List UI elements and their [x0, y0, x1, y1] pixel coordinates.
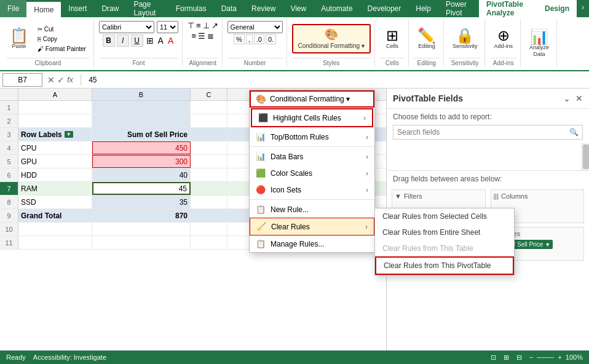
analyze-data-button[interactable]: 📊 AnalyzeData: [526, 27, 553, 60]
cut-button[interactable]: ✂ Cut: [34, 25, 90, 34]
clear-entire-sheet-item[interactable]: Clear Rules from Entire Sheet: [375, 224, 514, 240]
tab-powerpivot[interactable]: Power Pivot: [438, 0, 479, 17]
cell-a11[interactable]: [18, 236, 92, 249]
tab-design[interactable]: Design: [537, 0, 577, 17]
cell-b8[interactable]: 35: [92, 196, 191, 208]
page-layout-view-icon[interactable]: ⊞: [504, 354, 509, 362]
pivot-chevron-down-icon[interactable]: ⌄: [563, 93, 571, 103]
zoom-slider[interactable]: ────: [537, 354, 554, 361]
cell-b4[interactable]: 450: [92, 141, 191, 154]
cell-c1[interactable]: [191, 101, 227, 114]
normal-view-icon[interactable]: ⊡: [491, 354, 496, 362]
tab-automate[interactable]: Automate: [314, 0, 360, 17]
editing-button[interactable]: ✏️ Editing: [414, 26, 440, 52]
orientation-button[interactable]: ↗: [211, 21, 218, 30]
cell-reference-input[interactable]: [2, 73, 42, 87]
sensitivity-button[interactable]: 🔒 Sensitivity: [449, 26, 481, 52]
tab-data[interactable]: Data: [214, 0, 244, 17]
comma-button[interactable]: ,: [246, 34, 253, 44]
bold-button[interactable]: B: [103, 34, 115, 47]
conditional-formatting-button[interactable]: 🎨 Conditional Formatting ▾: [292, 24, 371, 53]
new-rule-item[interactable]: 📋 New Rule...: [250, 201, 374, 218]
cell-c11[interactable]: [191, 236, 227, 249]
cell-a4[interactable]: CPU: [18, 141, 92, 154]
cell-b3[interactable]: Sum of Sell Price: [92, 128, 191, 141]
cell-a9[interactable]: Grand Total: [18, 209, 92, 222]
data-bars-item[interactable]: 📊 Data Bars ›: [250, 148, 374, 165]
borders-button[interactable]: ⊞: [145, 36, 155, 46]
cell-a3[interactable]: Row Labels ▼: [18, 128, 92, 141]
font-name-select[interactable]: Calibri: [99, 21, 154, 33]
cell-c7[interactable]: [191, 182, 227, 195]
cell-c8[interactable]: [191, 196, 227, 208]
tab-insert[interactable]: Insert: [61, 0, 94, 17]
cell-b9[interactable]: 870: [92, 209, 191, 222]
icon-sets-item[interactable]: 🔴 Icon Sets ›: [250, 181, 374, 198]
percent-button[interactable]: %: [234, 34, 245, 44]
align-center-button[interactable]: ☰: [198, 31, 205, 41]
align-bottom-button[interactable]: ⊥: [203, 21, 210, 30]
cell-c3[interactable]: [191, 128, 227, 141]
align-top-button[interactable]: ⊤: [188, 21, 194, 30]
cell-b5[interactable]: 300: [92, 155, 191, 168]
paste-button[interactable]: 📋 Paste: [6, 26, 32, 52]
col-header-a[interactable]: A: [18, 89, 92, 100]
formula-input[interactable]: [86, 74, 587, 85]
pivot-close-icon[interactable]: ✕: [575, 93, 583, 103]
font-size-select[interactable]: 11: [157, 21, 178, 33]
cell-a10[interactable]: [18, 223, 92, 235]
cell-a2[interactable]: [18, 114, 92, 127]
row-labels-dropdown-icon[interactable]: ▼: [65, 131, 73, 138]
pivot-scrollbar[interactable]: [582, 143, 589, 170]
addins-button[interactable]: ⊕ Add-ins: [490, 26, 516, 52]
cell-c5[interactable]: [191, 155, 227, 168]
manage-rules-item[interactable]: 📋 Manage Rules...: [250, 235, 374, 252]
tab-formulas[interactable]: Formulas: [168, 0, 214, 17]
align-left-button[interactable]: ≡: [191, 31, 196, 41]
increase-decimal-button[interactable]: .0: [254, 34, 264, 44]
cell-a8[interactable]: SSD: [18, 196, 92, 208]
fill-color-button[interactable]: A: [157, 36, 165, 46]
col-header-c[interactable]: C: [191, 89, 227, 100]
cell-a5[interactable]: GPU: [18, 155, 92, 168]
col-header-b[interactable]: B: [92, 89, 191, 100]
highlight-cells-rules-item[interactable]: ⬛ Highlight Cells Rules ›: [251, 108, 373, 127]
tab-file[interactable]: File: [0, 0, 26, 17]
cell-a6[interactable]: HDD: [18, 168, 92, 181]
zoom-in-icon[interactable]: +: [558, 354, 561, 361]
zoom-out-icon[interactable]: −: [529, 354, 533, 361]
number-format-select[interactable]: General: [227, 21, 283, 33]
tab-pivottable-analyze[interactable]: PivotTable Analyze: [479, 0, 537, 17]
align-right-button[interactable]: ≣: [207, 31, 214, 41]
tab-help[interactable]: Help: [408, 0, 438, 17]
tab-home[interactable]: Home: [26, 0, 61, 17]
cell-b1[interactable]: [92, 101, 191, 114]
font-color-button[interactable]: A: [167, 36, 175, 46]
align-middle-button[interactable]: ≡: [196, 21, 201, 30]
pivot-search-input[interactable]: [393, 127, 566, 138]
tab-draw[interactable]: Draw: [94, 0, 126, 17]
tab-pagelayout[interactable]: Page Layout: [126, 0, 168, 17]
underline-button[interactable]: U: [131, 34, 143, 47]
color-scales-item[interactable]: 🟩 Color Scales ›: [250, 165, 374, 181]
cell-b7[interactable]: 45: [92, 182, 191, 195]
cells-button[interactable]: ⊞ Cells: [380, 26, 405, 52]
clear-rules-item[interactable]: 🧹 Clear Rules ›: [250, 218, 374, 235]
cell-b2[interactable]: [92, 114, 191, 127]
cell-a1[interactable]: [18, 101, 92, 114]
italic-button[interactable]: I: [117, 34, 129, 47]
format-painter-button[interactable]: 🖌 Format Painter: [34, 44, 90, 53]
cancel-formula-icon[interactable]: ✕: [47, 75, 55, 85]
tab-review[interactable]: Review: [244, 0, 283, 17]
page-break-view-icon[interactable]: ⊟: [516, 354, 522, 362]
tab-view[interactable]: View: [283, 0, 314, 17]
search-icon[interactable]: 🔍: [566, 128, 582, 136]
copy-button[interactable]: ⎘ Copy: [34, 34, 90, 44]
topbottom-rules-item[interactable]: 📊 Top/Bottom Rules ›: [250, 129, 374, 145]
cell-a7[interactable]: RAM: [18, 182, 92, 195]
cell-c2[interactable]: [191, 114, 227, 127]
cell-b10[interactable]: [92, 223, 191, 235]
tab-developer[interactable]: Developer: [360, 0, 409, 17]
clear-pivot-table-item[interactable]: Clear Rules from This PivotTable: [375, 256, 514, 275]
clear-selected-cells-item[interactable]: Clear Rules from Selected Cells: [375, 208, 514, 224]
